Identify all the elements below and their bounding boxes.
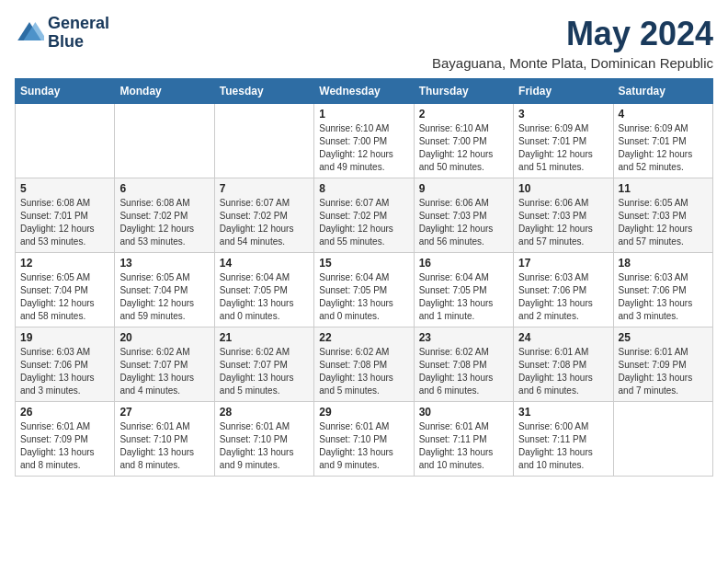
day-info: Sunrise: 6:01 AM Sunset: 7:10 PM Dayligh… (119, 420, 209, 472)
day-number: 16 (419, 257, 508, 270)
day-number: 20 (119, 331, 209, 344)
calendar-week-4: 19Sunrise: 6:03 AM Sunset: 7:06 PM Dayli… (16, 327, 713, 402)
calendar-week-3: 12Sunrise: 6:05 AM Sunset: 7:04 PM Dayli… (16, 253, 713, 327)
day-info: Sunrise: 6:00 AM Sunset: 7:11 PM Dayligh… (518, 420, 608, 472)
day-info: Sunrise: 6:01 AM Sunset: 7:09 PM Dayligh… (20, 420, 109, 472)
day-info: Sunrise: 6:01 AM Sunset: 7:11 PM Dayligh… (419, 420, 508, 472)
calendar-day-11: 11Sunrise: 6:05 AM Sunset: 7:03 PM Dayli… (613, 178, 712, 253)
day-info: Sunrise: 6:08 AM Sunset: 7:02 PM Dayligh… (119, 197, 209, 248)
calendar-day-28: 28Sunrise: 6:01 AM Sunset: 7:10 PM Dayli… (214, 402, 313, 477)
calendar-day-10: 10Sunrise: 6:06 AM Sunset: 7:03 PM Dayli… (514, 178, 613, 253)
empty-cell (613, 402, 712, 477)
empty-cell (115, 104, 214, 178)
calendar-day-22: 22Sunrise: 6:02 AM Sunset: 7:08 PM Dayli… (314, 327, 414, 402)
day-number: 31 (518, 406, 608, 419)
day-header-friday: Friday (514, 79, 613, 104)
calendar-day-7: 7Sunrise: 6:07 AM Sunset: 7:02 PM Daylig… (214, 178, 313, 253)
day-number: 7 (220, 182, 309, 195)
calendar-week-1: 1Sunrise: 6:10 AM Sunset: 7:00 PM Daylig… (16, 104, 713, 178)
day-info: Sunrise: 6:07 AM Sunset: 7:02 PM Dayligh… (319, 197, 408, 248)
day-number: 27 (119, 406, 209, 419)
day-number: 12 (20, 257, 109, 270)
day-info: Sunrise: 6:04 AM Sunset: 7:05 PM Dayligh… (419, 271, 508, 323)
calendar-day-30: 30Sunrise: 6:01 AM Sunset: 7:11 PM Dayli… (414, 402, 513, 477)
day-header-thursday: Thursday (414, 79, 513, 104)
logo-line2: Blue (48, 33, 109, 52)
day-number: 26 (20, 406, 109, 419)
empty-cell (16, 104, 115, 178)
day-info: Sunrise: 6:05 AM Sunset: 7:03 PM Dayligh… (619, 197, 708, 248)
day-number: 17 (518, 257, 608, 270)
calendar-day-12: 12Sunrise: 6:05 AM Sunset: 7:04 PM Dayli… (16, 253, 115, 327)
day-number: 23 (419, 331, 508, 344)
calendar-day-27: 27Sunrise: 6:01 AM Sunset: 7:10 PM Dayli… (115, 402, 214, 477)
day-info: Sunrise: 6:02 AM Sunset: 7:07 PM Dayligh… (220, 346, 309, 397)
day-header-tuesday: Tuesday (214, 79, 313, 104)
day-number: 19 (20, 331, 109, 344)
day-info: Sunrise: 6:05 AM Sunset: 7:04 PM Dayligh… (20, 271, 109, 323)
day-number: 6 (119, 182, 209, 195)
calendar-day-20: 20Sunrise: 6:02 AM Sunset: 7:07 PM Dayli… (115, 327, 214, 402)
day-info: Sunrise: 6:05 AM Sunset: 7:04 PM Dayligh… (119, 271, 209, 323)
day-info: Sunrise: 6:06 AM Sunset: 7:03 PM Dayligh… (419, 197, 508, 248)
day-info: Sunrise: 6:10 AM Sunset: 7:00 PM Dayligh… (419, 122, 508, 174)
day-info: Sunrise: 6:01 AM Sunset: 7:10 PM Dayligh… (319, 420, 408, 472)
calendar-day-21: 21Sunrise: 6:02 AM Sunset: 7:07 PM Dayli… (214, 327, 313, 402)
calendar-table: SundayMondayTuesdayWednesdayThursdayFrid… (15, 78, 713, 477)
day-info: Sunrise: 6:02 AM Sunset: 7:08 PM Dayligh… (319, 346, 408, 397)
empty-cell (214, 104, 313, 178)
day-header-wednesday: Wednesday (314, 79, 414, 104)
calendar-day-16: 16Sunrise: 6:04 AM Sunset: 7:05 PM Dayli… (414, 253, 513, 327)
day-number: 1 (319, 108, 408, 121)
logo-icon (15, 18, 44, 48)
calendar-day-2: 2Sunrise: 6:10 AM Sunset: 7:00 PM Daylig… (414, 104, 513, 178)
calendar-day-31: 31Sunrise: 6:00 AM Sunset: 7:11 PM Dayli… (514, 402, 613, 477)
day-number: 10 (518, 182, 608, 195)
calendar-day-8: 8Sunrise: 6:07 AM Sunset: 7:02 PM Daylig… (314, 178, 414, 253)
calendar-day-6: 6Sunrise: 6:08 AM Sunset: 7:02 PM Daylig… (115, 178, 214, 253)
day-info: Sunrise: 6:09 AM Sunset: 7:01 PM Dayligh… (518, 122, 608, 174)
calendar-day-14: 14Sunrise: 6:04 AM Sunset: 7:05 PM Dayli… (214, 253, 313, 327)
calendar-day-25: 25Sunrise: 6:01 AM Sunset: 7:09 PM Dayli… (613, 327, 712, 402)
day-number: 8 (319, 182, 408, 195)
day-number: 15 (319, 257, 408, 270)
calendar-day-13: 13Sunrise: 6:05 AM Sunset: 7:04 PM Dayli… (115, 253, 214, 327)
day-number: 2 (419, 108, 508, 121)
day-number: 21 (220, 331, 309, 344)
month-title: May 2024 (432, 15, 713, 53)
calendar-day-9: 9Sunrise: 6:06 AM Sunset: 7:03 PM Daylig… (414, 178, 513, 253)
day-info: Sunrise: 6:01 AM Sunset: 7:08 PM Dayligh… (518, 346, 608, 397)
day-number: 9 (419, 182, 508, 195)
day-number: 13 (119, 257, 209, 270)
day-number: 30 (419, 406, 508, 419)
calendar-week-2: 5Sunrise: 6:08 AM Sunset: 7:01 PM Daylig… (16, 178, 713, 253)
day-info: Sunrise: 6:01 AM Sunset: 7:10 PM Dayligh… (220, 420, 309, 472)
day-number: 22 (319, 331, 408, 344)
day-info: Sunrise: 6:02 AM Sunset: 7:08 PM Dayligh… (419, 346, 508, 397)
day-info: Sunrise: 6:03 AM Sunset: 7:06 PM Dayligh… (518, 271, 608, 323)
day-number: 29 (319, 406, 408, 419)
calendar-day-5: 5Sunrise: 6:08 AM Sunset: 7:01 PM Daylig… (16, 178, 115, 253)
calendar-day-18: 18Sunrise: 6:03 AM Sunset: 7:06 PM Dayli… (613, 253, 712, 327)
location-title: Bayaguana, Monte Plata, Dominican Republ… (432, 55, 713, 71)
calendar-day-15: 15Sunrise: 6:04 AM Sunset: 7:05 PM Dayli… (314, 253, 414, 327)
day-info: Sunrise: 6:07 AM Sunset: 7:02 PM Dayligh… (220, 197, 309, 248)
day-number: 4 (619, 108, 708, 121)
day-number: 11 (619, 182, 708, 195)
page-header: General Blue May 2024 Bayaguana, Monte P… (15, 15, 713, 71)
logo: General Blue (15, 15, 109, 52)
calendar-day-17: 17Sunrise: 6:03 AM Sunset: 7:06 PM Dayli… (514, 253, 613, 327)
day-number: 3 (518, 108, 608, 121)
calendar-day-29: 29Sunrise: 6:01 AM Sunset: 7:10 PM Dayli… (314, 402, 414, 477)
calendar-day-1: 1Sunrise: 6:10 AM Sunset: 7:00 PM Daylig… (314, 104, 414, 178)
logo-line1: General (48, 15, 109, 33)
day-number: 18 (619, 257, 708, 270)
day-header-sunday: Sunday (16, 79, 115, 104)
title-section: May 2024 Bayaguana, Monte Plata, Dominic… (432, 15, 713, 71)
day-info: Sunrise: 6:10 AM Sunset: 7:00 PM Dayligh… (319, 122, 408, 174)
day-info: Sunrise: 6:04 AM Sunset: 7:05 PM Dayligh… (220, 271, 309, 323)
day-info: Sunrise: 6:09 AM Sunset: 7:01 PM Dayligh… (619, 122, 708, 174)
day-header-saturday: Saturday (613, 79, 712, 104)
calendar-day-23: 23Sunrise: 6:02 AM Sunset: 7:08 PM Dayli… (414, 327, 513, 402)
logo-text: General Blue (48, 15, 109, 52)
